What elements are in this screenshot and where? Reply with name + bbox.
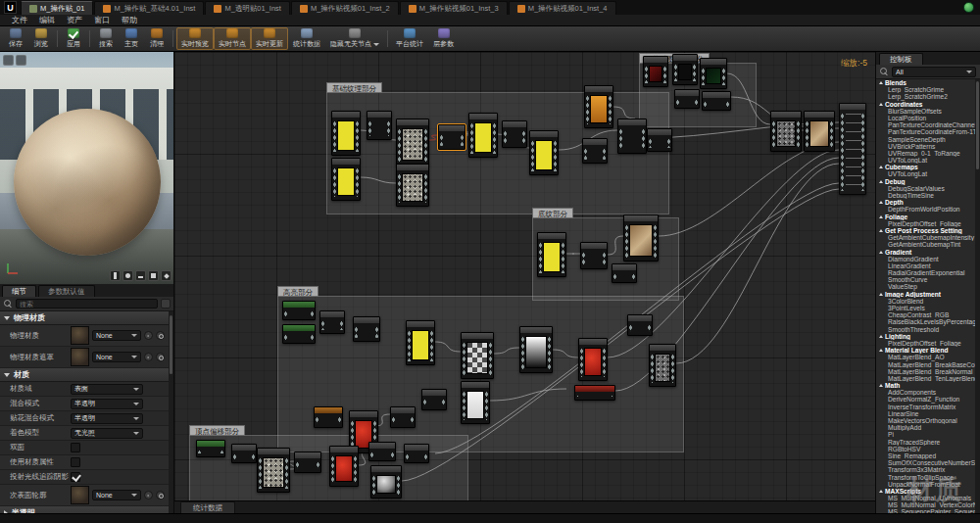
property-checkbox[interactable] (71, 472, 80, 482)
palette-item[interactable]: LinearGradient (876, 262, 975, 269)
palette-item[interactable]: Lerp_ScratchGrime2 (876, 93, 975, 100)
material-node[interactable] (580, 242, 608, 269)
palette-item[interactable]: MatLayerBlend_AO (876, 354, 975, 360)
material-node[interactable] (461, 381, 490, 424)
palette-category[interactable]: Depth (876, 199, 975, 206)
material-node[interactable] (502, 120, 527, 148)
palette-item[interactable]: GetAmbientCubemapIntensity (876, 234, 975, 241)
palette-item[interactable]: MultiplyAdd (876, 424, 975, 431)
material-node[interactable] (257, 448, 290, 493)
material-node[interactable] (331, 111, 361, 156)
material-node[interactable] (390, 406, 416, 428)
asset-tab[interactable]: M_操作贴视频01_Inst_2 (291, 1, 399, 15)
section-header[interactable]: 材质 (0, 368, 169, 382)
tab-stats[interactable]: 统计数据 (180, 501, 235, 513)
material-node[interactable] (331, 158, 361, 201)
material-node[interactable] (353, 316, 380, 342)
tab-details[interactable]: 细节 (2, 285, 36, 297)
palette-category[interactable]: Gradient (876, 249, 975, 256)
preview-shape-plane-button[interactable] (135, 270, 146, 281)
toolbar-button[interactable]: 搜索 (93, 27, 119, 50)
material-node[interactable] (623, 214, 659, 262)
toolbar-button[interactable]: 保存 (3, 27, 28, 50)
palette-item[interactable]: ValueStep (876, 283, 975, 290)
palette-item[interactable]: MatLayerBlend_BreakNormal (876, 368, 975, 375)
material-node[interactable] (368, 442, 396, 461)
palette-item[interactable]: PanTextureCoordinateChannelFrom-1To+1 (876, 121, 975, 128)
toolbar-button[interactable]: 浏览 (28, 27, 54, 50)
material-node[interactable] (396, 119, 429, 166)
browse-icon[interactable] (156, 491, 165, 499)
comment-title[interactable]: 基础纹理部分 (326, 82, 382, 93)
menu-item[interactable]: 资产 (61, 15, 88, 26)
palette-category[interactable]: Material Layer Blend (876, 347, 975, 354)
palette-category-filter[interactable]: All (892, 67, 976, 77)
browse-icon[interactable] (156, 331, 165, 340)
palette-item[interactable]: UVToLongLat (876, 157, 975, 164)
toolbar-button[interactable]: 实时节点 (214, 27, 251, 50)
material-node[interactable] (574, 385, 615, 401)
material-node[interactable] (421, 389, 447, 410)
unreal-logo-icon[interactable]: U (4, 1, 17, 14)
filter-gear-icon[interactable] (161, 299, 171, 309)
palette-item[interactable]: UVToLongLat (876, 170, 975, 177)
toolbar-button[interactable]: 隐藏无关节点 (325, 27, 384, 50)
asset-select[interactable]: None (92, 490, 141, 500)
palette-item[interactable]: Sine_Remapped (876, 452, 975, 459)
material-node-graph[interactable]: 基础纹理部分细节贴图遮罩部分底纹部分高亮部分顶点偏移部分 缩放:-5 统计数据 (174, 52, 875, 513)
material-node[interactable] (627, 314, 653, 336)
launcher-icon[interactable] (963, 2, 974, 13)
toolbar-button[interactable]: 层参数 (428, 27, 459, 50)
details-search-input[interactable] (16, 299, 158, 309)
palette-item[interactable]: Lerp_ScratchGrime (876, 86, 975, 93)
toolbar-button[interactable]: 实时更新 (251, 27, 288, 50)
palette-item[interactable]: RayTracedSphere (876, 439, 975, 446)
material-node[interactable] (702, 91, 731, 111)
property-checkbox[interactable] (71, 457, 80, 467)
palette-category[interactable]: Foliage (876, 214, 975, 220)
use-selected-icon[interactable] (144, 331, 153, 340)
palette-item[interactable]: InverseTransformMatrix (876, 404, 975, 410)
palette-item[interactable]: UVRemap_0-1_ToRange (876, 150, 975, 157)
palette-item[interactable]: DebugScalarValues (876, 185, 975, 192)
material-node[interactable] (584, 85, 613, 128)
property-select[interactable]: 半透明 (71, 413, 143, 424)
property-select[interactable]: 表面 (71, 384, 143, 395)
palette-item[interactable]: PixelDepthOffset_Foliage (876, 220, 975, 227)
palette-scrollbar[interactable] (975, 79, 980, 513)
palette-item[interactable]: RadialGradientExponential (876, 269, 975, 276)
palette-category[interactable]: Coordinates (876, 101, 975, 108)
use-selected-icon[interactable] (144, 491, 153, 499)
material-node[interactable] (519, 326, 553, 373)
material-output-node[interactable] (839, 103, 866, 195)
palette-item[interactable]: RGBtoHSV (876, 446, 975, 452)
asset-thumbnail[interactable] (71, 348, 89, 366)
asset-tab[interactable]: M_操作贴视频01_Inst_3 (400, 1, 508, 15)
palette-item[interactable]: 3ColorBlend (876, 298, 975, 305)
menu-item[interactable]: 帮助 (116, 15, 143, 26)
material-node[interactable] (404, 444, 429, 463)
palette-category[interactable]: Blends (876, 79, 975, 86)
palette-item[interactable]: PanTextureCoordinateFrom-1To+1 (876, 128, 975, 135)
material-node[interactable] (770, 111, 802, 152)
material-node[interactable] (314, 406, 343, 428)
preview-shape-sphere-button[interactable] (122, 270, 133, 281)
material-node[interactable] (461, 332, 494, 379)
material-node[interactable] (406, 320, 435, 365)
details-scrollbar[interactable] (169, 311, 173, 513)
palette-item[interactable]: CheapContrast_RGB (876, 311, 975, 318)
palette-item[interactable]: LinearSine (876, 410, 975, 417)
palette-item[interactable]: SampleSceneDepth (876, 136, 975, 143)
palette-category[interactable]: Cubemaps (876, 164, 975, 170)
palette-category[interactable]: Lighting (876, 333, 975, 340)
palette-item[interactable]: GetAmbientCubemapTint (876, 241, 975, 248)
property-checkbox[interactable] (71, 443, 80, 452)
material-node[interactable] (578, 338, 608, 381)
material-node[interactable] (367, 111, 392, 140)
property-select[interactable]: 无光照 (71, 428, 143, 439)
camera-speed-icon[interactable] (16, 55, 26, 66)
palette-item[interactable]: SumOfXConsecutiveNumberSequence (876, 459, 975, 466)
menu-item[interactable]: 窗口 (88, 15, 116, 26)
material-node[interactable] (319, 310, 345, 334)
material-node[interactable] (537, 232, 566, 277)
